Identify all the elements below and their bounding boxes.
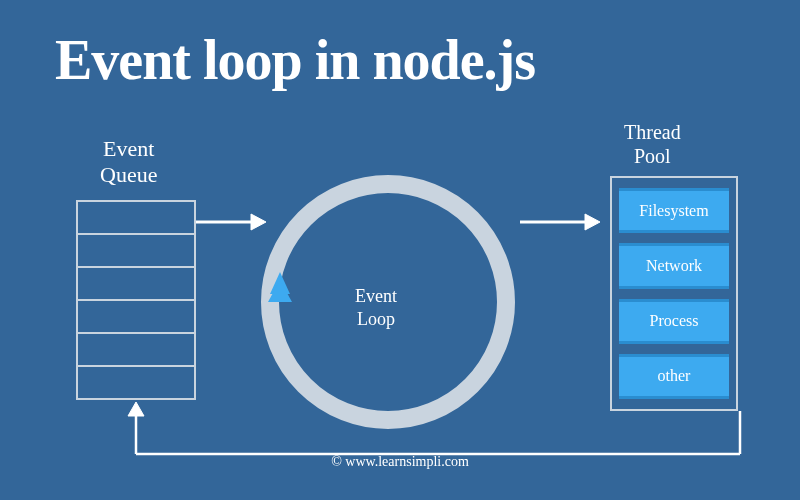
queue-row	[78, 301, 194, 334]
thread-pool-label: ThreadPool	[624, 120, 681, 168]
queue-row	[78, 202, 194, 235]
event-queue-box	[76, 200, 196, 400]
svg-marker-4	[251, 214, 266, 230]
thread-pool-item: Network	[619, 243, 729, 288]
thread-pool-box: Filesystem Network Process other	[610, 176, 738, 411]
svg-marker-6	[585, 214, 600, 230]
queue-row	[78, 334, 194, 367]
event-queue-label: EventQueue	[100, 136, 157, 189]
thread-pool-item: Filesystem	[619, 188, 729, 233]
thread-pool-item: other	[619, 354, 729, 399]
queue-row	[78, 235, 194, 268]
svg-marker-10	[128, 402, 144, 416]
page-title: Event loop in node.js	[55, 28, 535, 92]
queue-row	[78, 367, 194, 398]
event-loop-label: EventLoop	[355, 285, 397, 332]
arrow-loop-to-pool	[520, 210, 600, 234]
queue-row	[78, 268, 194, 301]
copyright-text: © www.learnsimpli.com	[0, 454, 800, 470]
thread-pool-item: Process	[619, 299, 729, 344]
arrow-queue-to-loop	[196, 210, 266, 234]
